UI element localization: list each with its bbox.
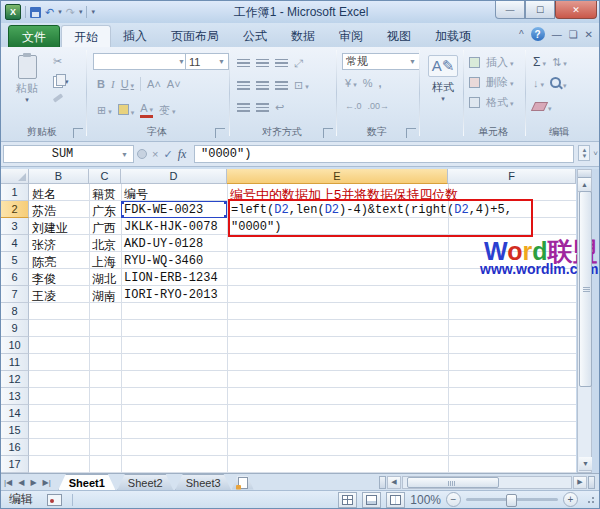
- minimize-button[interactable]: —: [495, 1, 525, 19]
- column-header-B[interactable]: B: [29, 169, 89, 184]
- clipboard-dialog-launcher-icon[interactable]: [73, 128, 83, 138]
- zoom-slider-thumb[interactable]: [506, 494, 517, 507]
- currency-button[interactable]: ¥: [345, 77, 357, 89]
- horizontal-scroll-thumb[interactable]: [407, 477, 499, 488]
- row-header-8[interactable]: 8: [1, 303, 29, 320]
- row-header-9[interactable]: 9: [1, 320, 29, 337]
- row-header-13[interactable]: 13: [1, 388, 29, 405]
- sort-filter-button[interactable]: ⇅: [552, 56, 567, 69]
- format-cells-button[interactable]: 格式: [469, 95, 514, 110]
- comma-button[interactable]: ,: [378, 77, 381, 89]
- cancel-icon[interactable]: ×: [152, 148, 158, 160]
- next-sheet-icon[interactable]: ▶: [27, 478, 39, 487]
- name-box[interactable]: SUM ▼: [3, 145, 134, 163]
- record-macro-icon[interactable]: [47, 494, 62, 506]
- ribbon-tab-插入[interactable]: 插入: [111, 25, 159, 47]
- doc-close-icon[interactable]: ✕: [585, 29, 593, 40]
- column-header-F[interactable]: F: [448, 169, 576, 184]
- row-header-17[interactable]: 17: [1, 456, 29, 473]
- expand-formula-bar-icon[interactable]: ˅: [593, 149, 598, 158]
- merge-center-icon[interactable]: ⊡: [294, 79, 309, 92]
- font-name-combo[interactable]: ▼: [93, 53, 189, 70]
- row-header-7[interactable]: 7: [1, 286, 29, 303]
- align-center-icon[interactable]: [256, 81, 269, 90]
- zoom-in-icon[interactable]: +: [563, 492, 578, 507]
- scroll-up-icon[interactable]: ▲: [578, 178, 591, 192]
- styles-dropdown-icon[interactable]: ▾: [425, 95, 461, 103]
- cell-b1[interactable]: 姓名: [32, 186, 56, 200]
- row-header-15[interactable]: 15: [1, 422, 29, 439]
- cell-d6[interactable]: LION-ERB-1234: [124, 271, 218, 285]
- cell-d5[interactable]: RYU-WQ-3460: [124, 254, 203, 268]
- formula-bar-scroll-icons[interactable]: ▲▼: [578, 145, 590, 161]
- horizontal-scroll-track[interactable]: [402, 476, 572, 489]
- page-layout-view-button[interactable]: [362, 492, 381, 508]
- grow-font-button[interactable]: A˄: [147, 78, 161, 90]
- row-header-4[interactable]: 4: [1, 235, 29, 252]
- ribbon-tab-页面布局[interactable]: 页面布局: [159, 25, 231, 47]
- sheet-tab-Sheet2[interactable]: Sheet2: [117, 474, 174, 491]
- horizontal-split-handle[interactable]: [379, 476, 386, 489]
- align-top-icon[interactable]: [237, 59, 250, 68]
- font-dialog-launcher-icon[interactable]: [215, 128, 225, 138]
- prev-sheet-icon[interactable]: ◀: [15, 478, 27, 487]
- sheet-tab-Sheet1[interactable]: Sheet1: [58, 474, 116, 491]
- cell-d7[interactable]: IORI-RYO-2013: [124, 288, 218, 302]
- fill-button[interactable]: ↓: [533, 77, 544, 89]
- decrease-indent-icon[interactable]: [237, 103, 250, 112]
- align-middle-icon[interactable]: [256, 59, 269, 68]
- underline-button[interactable]: U: [121, 78, 134, 90]
- horizontal-scrollbar[interactable]: ◀ ▶: [379, 476, 595, 489]
- orientation-icon[interactable]: ⤢: [294, 57, 303, 70]
- find-select-button[interactable]: [550, 74, 567, 92]
- zoom-level[interactable]: 100%: [410, 493, 441, 507]
- formula-input[interactable]: ″0000″): [194, 145, 574, 163]
- vertical-split-handle[interactable]: [578, 170, 591, 178]
- cell-c4[interactable]: 北京: [92, 237, 116, 251]
- percent-button[interactable]: %: [363, 77, 373, 89]
- ribbon-tab-公式[interactable]: 公式: [231, 25, 279, 47]
- ribbon-tab-数据[interactable]: 数据: [279, 25, 327, 47]
- row-header-12[interactable]: 12: [1, 371, 29, 388]
- align-right-icon[interactable]: [275, 81, 288, 90]
- doc-minimize-icon[interactable]: —: [552, 29, 562, 40]
- collapse-ribbon-icon[interactable]: ^: [519, 29, 524, 40]
- zoom-out-icon[interactable]: −: [446, 492, 461, 507]
- page-break-view-button[interactable]: [386, 492, 405, 508]
- insert-function-icon[interactable]: fx: [178, 147, 187, 162]
- increase-indent-icon[interactable]: [256, 103, 269, 112]
- column-header-C[interactable]: C: [89, 169, 121, 184]
- name-box-dropdown-icon[interactable]: ▼: [121, 151, 133, 158]
- cell-c5[interactable]: 上海: [92, 254, 116, 268]
- vertical-scrollbar[interactable]: ▲ ▼: [577, 169, 592, 473]
- ribbon-tab-加载项[interactable]: 加载项: [423, 25, 483, 47]
- enter-icon[interactable]: ✓: [163, 148, 172, 161]
- styles-button[interactable]: A✎ 样式 ▾: [425, 55, 461, 103]
- number-format-combo[interactable]: 常规▼: [342, 53, 420, 70]
- file-tab[interactable]: 文件: [8, 25, 60, 49]
- zoom-slider[interactable]: [466, 498, 558, 501]
- row-header-10[interactable]: 10: [1, 337, 29, 354]
- row-header-6[interactable]: 6: [1, 269, 29, 286]
- normal-view-button[interactable]: [338, 492, 357, 508]
- decrease-decimal-icon[interactable]: .00→: [368, 101, 390, 111]
- cell-c6[interactable]: 湖北: [92, 271, 116, 285]
- scroll-down-icon[interactable]: ▼: [579, 457, 592, 471]
- help-icon[interactable]: ?: [531, 27, 545, 41]
- first-sheet-icon[interactable]: |◀: [1, 478, 15, 487]
- alignment-dialog-launcher-icon[interactable]: [323, 128, 333, 138]
- cell-c7[interactable]: 湖南: [92, 288, 116, 302]
- ribbon-tab-审阅[interactable]: 审阅: [327, 25, 375, 47]
- maximize-button[interactable]: ☐: [525, 1, 555, 19]
- shrink-font-button[interactable]: A˅: [167, 78, 181, 90]
- scroll-right-icon[interactable]: ▶: [573, 476, 587, 489]
- italic-button[interactable]: I: [111, 78, 115, 90]
- clear-button[interactable]: [533, 97, 552, 115]
- ribbon-tab-开始[interactable]: 开始: [61, 25, 111, 48]
- paste-dropdown-icon[interactable]: ▾: [7, 96, 47, 104]
- font-size-combo[interactable]: 11▼: [185, 53, 229, 70]
- row-header-3[interactable]: 3: [1, 218, 29, 235]
- cell-b7[interactable]: 王凌: [32, 288, 56, 302]
- cell-b2[interactable]: 苏浩: [32, 203, 56, 217]
- delete-cells-button[interactable]: 删除: [469, 75, 514, 90]
